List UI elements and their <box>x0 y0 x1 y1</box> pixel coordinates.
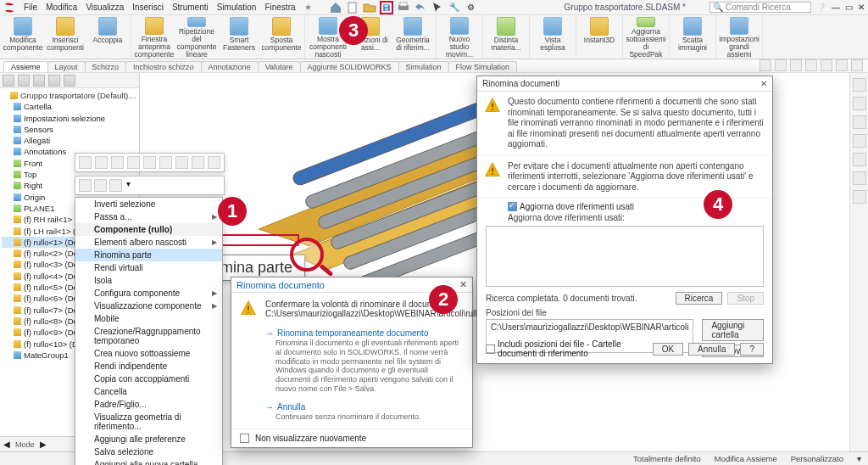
view-orient-icon[interactable] <box>760 59 771 71</box>
undo-icon[interactable] <box>414 1 427 14</box>
ctx-item[interactable]: Padre/Figlio... <box>75 398 222 411</box>
view-hide-icon[interactable] <box>805 59 817 71</box>
ctx-item[interactable]: Copia con accoppiamenti <box>75 373 222 385</box>
ctx-item[interactable]: Visualizza geometria di riferimento... <box>75 411 222 433</box>
dlg2-help-button[interactable]: ? <box>740 343 764 356</box>
ctx-tool-4-icon[interactable] <box>127 156 140 169</box>
close-icon[interactable]: ✕ <box>858 3 865 12</box>
ctx-item[interactable]: Visualizzazione componente▶ <box>75 300 222 312</box>
tab-aggiunte[interactable]: Aggiunte SOLIDWORKS <box>300 61 399 72</box>
save-icon[interactable] <box>380 1 393 14</box>
ctx-item[interactable]: Cancella <box>75 385 222 398</box>
rbtn-grandi-assiemi[interactable]: Impostazioni grandi assiemi <box>720 17 759 59</box>
ctx-item[interactable]: Aggiungi alle preferenze <box>75 433 222 445</box>
dlg2-search-button[interactable]: Ricerca <box>676 292 723 305</box>
tree-node[interactable]: Sensors <box>2 124 137 135</box>
taskpane-design-library-icon[interactable] <box>853 97 866 110</box>
home-icon[interactable] <box>329 1 342 14</box>
ctx-item[interactable]: Rinomina parte <box>75 249 222 261</box>
rbtn-geometria-riferimento[interactable]: Geometria di riferim... <box>393 17 432 59</box>
menu-file[interactable]: File <box>24 3 37 12</box>
tab-assieme[interactable]: Assieme <box>3 61 48 72</box>
select-icon[interactable] <box>431 1 444 14</box>
menu-modifica[interactable]: Modifica <box>46 3 77 12</box>
minimize-icon[interactable]: — <box>832 3 840 12</box>
menu-visualizza[interactable]: Visualizza <box>86 3 124 12</box>
maximize-icon[interactable]: ▭ <box>845 3 853 12</box>
ctx-item[interactable]: Configura componente▶ <box>75 287 222 300</box>
command-search[interactable]: 🔍 Comandi Ricerca <box>709 2 811 13</box>
view-scene-icon[interactable] <box>790 59 802 71</box>
ctx-item[interactable]: Elementi albero nascosti▶ <box>75 236 222 249</box>
ctx-tool2-2-icon[interactable] <box>94 179 107 192</box>
rbtn-vista-esplosa[interactable]: Vista esplosa <box>533 17 572 59</box>
rbtn-smart-fasteners[interactable]: Smart Fasteners <box>220 17 259 59</box>
tab-layout[interactable]: Layout <box>47 61 86 72</box>
ctx-tool2-3-icon[interactable] <box>109 179 122 192</box>
ctx-item[interactable]: Crea nuovo sottoassieme <box>75 347 222 360</box>
help-icon[interactable]: ❔ <box>816 3 826 12</box>
tree-tab-config-icon[interactable] <box>33 75 45 87</box>
open-icon[interactable] <box>363 1 376 14</box>
dlg2-close-icon[interactable]: ✕ <box>760 79 767 88</box>
ctx-tool-8-icon[interactable] <box>192 156 204 169</box>
rebuild-icon[interactable]: 🔧 <box>448 1 461 14</box>
taskpane-properties-icon[interactable] <box>853 171 866 185</box>
menu-strumenti[interactable]: Strumenti <box>172 3 209 12</box>
taskpane-appearances-icon[interactable] <box>853 153 866 166</box>
rbtn-speedpak[interactable]: Aggiorna sottoassiemi di SpeedPak <box>626 17 665 59</box>
dlg1-close-icon[interactable]: ✕ <box>459 279 467 290</box>
menu-simulation[interactable]: Simulation <box>217 3 257 12</box>
tree-tab-feature-icon[interactable] <box>3 75 14 87</box>
ctx-tool-1-icon[interactable] <box>79 156 92 169</box>
menu-finestra[interactable]: Finestra <box>264 3 295 12</box>
dlg2-update-refs-checkbox[interactable] <box>508 202 517 211</box>
dlg2-ok-button[interactable]: OK <box>653 343 683 356</box>
tree-bottom-tab[interactable]: Mode <box>15 440 35 449</box>
ctx-item[interactable]: Rendi indipendente <box>75 360 222 373</box>
ctx-item[interactable]: Mobile <box>75 312 222 325</box>
taskpane-file-explorer-icon[interactable] <box>853 115 866 129</box>
rbtn-accoppia[interactable]: Accoppia <box>88 17 127 59</box>
new-icon[interactable] <box>346 1 359 14</box>
rbtn-inserisci-componenti[interactable]: Inserisci componenti <box>46 17 85 59</box>
taskpane-forum-icon[interactable] <box>853 190 866 204</box>
taskpane-view-palette-icon[interactable] <box>853 134 866 148</box>
rbtn-sposta-componente[interactable]: Sposta componente <box>262 17 301 59</box>
tab-flow[interactable]: Flow Simulation <box>448 61 518 72</box>
ctx-tool-2-icon[interactable] <box>95 156 108 169</box>
dlg2-include-paths-checkbox[interactable] <box>486 345 495 354</box>
ctx-item[interactable]: Passa a...▶ <box>75 210 222 223</box>
tab-schizzo[interactable]: Schizzo <box>85 61 127 72</box>
ctx-tool-9-icon[interactable] <box>208 156 220 169</box>
ctx-tool2-1-icon[interactable] <box>79 179 92 192</box>
ctx-tool-5-icon[interactable] <box>143 156 156 169</box>
view-settings-icon[interactable] <box>821 59 832 71</box>
dlg1-dont-show-checkbox[interactable] <box>240 434 249 443</box>
tree-scroll-left-icon[interactable]: ◀ <box>3 440 10 449</box>
tree-node[interactable]: Cartella <box>2 101 137 112</box>
tree-node[interactable]: Impostazioni selezione <box>2 113 137 124</box>
tab-inchiostro[interactable]: Inchiostro schizzo <box>125 61 202 72</box>
print-icon[interactable] <box>397 1 410 14</box>
rbtn-finestra-anteprima[interactable]: Finestra anteprima componente <box>135 17 174 59</box>
ctx-tool-3-icon[interactable] <box>111 156 124 169</box>
ctx-item[interactable]: Salva selezione <box>75 445 222 458</box>
tree-node[interactable]: Allegati <box>2 135 137 146</box>
tab-valutare[interactable]: Valutare <box>258 61 301 72</box>
dlg1-option-rename[interactable]: →Rinomina temporaneamente documento Rino… <box>265 328 462 394</box>
dlg2-cancel-button[interactable]: Annulla <box>688 343 735 356</box>
menu-inserisci[interactable]: Inserisci <box>132 3 164 12</box>
rbtn-scatta-immagini[interactable]: Scatta immagini <box>673 17 712 59</box>
dlg2-add-folder-button[interactable]: Aggiungi cartella <box>702 319 764 341</box>
ctx-item[interactable]: Isola <box>75 274 222 287</box>
ctx-tool-6-icon[interactable] <box>159 156 172 169</box>
dlg1-option-cancel[interactable]: →Annulla Continuare senza rinominare il … <box>265 402 462 422</box>
options-icon[interactable]: ⚙ <box>465 1 478 14</box>
ctx-item[interactable]: Rendi virtuali <box>75 261 222 274</box>
tab-simulation[interactable]: Simulation <box>398 61 449 72</box>
tree-tab-display-icon[interactable] <box>48 75 60 87</box>
viewport-split-icon[interactable] <box>851 59 863 71</box>
ctx-item[interactable]: Aggiungi alla nuova cartella <box>75 458 222 465</box>
rbtn-ripetizione-lineare[interactable]: Ripetizione del componente lineare <box>177 17 216 59</box>
